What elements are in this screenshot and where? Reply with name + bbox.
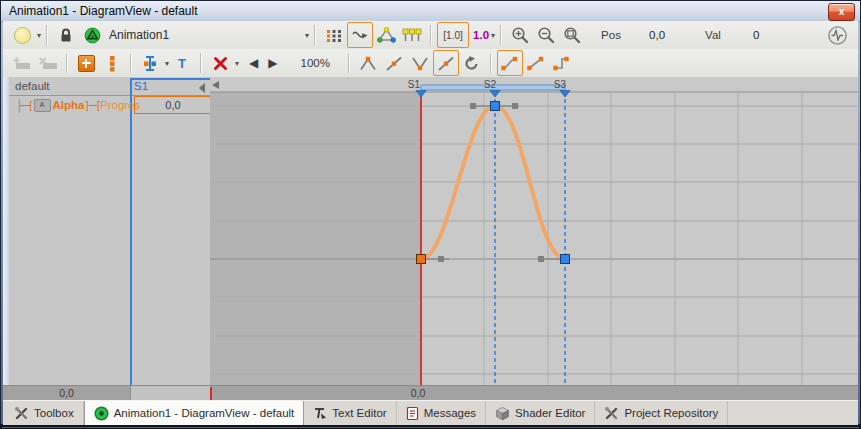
- add-segment-button[interactable]: [9, 50, 35, 76]
- zoom-out-button[interactable]: [533, 22, 559, 48]
- tangent-slope-button[interactable]: [381, 50, 407, 76]
- dots-grid-button[interactable]: [321, 22, 347, 48]
- pos-value: 0,0: [649, 29, 705, 41]
- keyframe-point-s1[interactable]: [417, 255, 426, 264]
- title-bar[interactable]: Animation1 - DiagramView - default x: [1, 1, 860, 22]
- zoom-in-button[interactable]: [507, 22, 533, 48]
- overview-cursor-value: 0,0: [398, 386, 438, 401]
- segment-label-s3: S3: [554, 79, 567, 90]
- overview-cursor-tick[interactable]: [210, 387, 212, 400]
- pre-range-region: [210, 92, 421, 385]
- tab-label: Toolbox: [34, 407, 74, 419]
- curve-mode-button[interactable]: [347, 22, 373, 48]
- zoom-fit-icon: [563, 26, 582, 45]
- range-scale-value: 1.0: [473, 29, 489, 41]
- delete-key-button[interactable]: [207, 50, 233, 76]
- delete-key-caret[interactable]: ▾: [235, 59, 239, 68]
- grid-region: [421, 92, 858, 385]
- segment-label-s2: S2: [484, 79, 497, 90]
- interp-linear-icon: [526, 55, 545, 72]
- tab-shader-editor[interactable]: Shader Editor: [486, 401, 595, 425]
- window-title: Animation1 - DiagramView - default: [9, 4, 198, 18]
- tangent-valley-button[interactable]: [407, 50, 433, 76]
- tab-label: Project Repository: [624, 407, 718, 419]
- tangent-peak-button[interactable]: [355, 50, 381, 76]
- add-key-button[interactable]: [73, 50, 99, 76]
- track-row-alpha[interactable]: ├─ [ A Alpha ]─[ Progres: [15, 96, 140, 114]
- range-bracket-icon: [1.0]: [443, 30, 462, 41]
- state-circle-icon: [14, 27, 31, 44]
- interp-smooth-button[interactable]: [497, 50, 523, 76]
- key-value-cell[interactable]: 0,0: [134, 96, 210, 114]
- remove-segment-button[interactable]: [35, 50, 61, 76]
- zoom-fit-button[interactable]: [559, 22, 585, 48]
- text-key-icon: T: [178, 56, 186, 71]
- track-name-label: Alpha: [53, 99, 85, 111]
- close-button[interactable]: x: [828, 3, 855, 21]
- tangent-handle[interactable]: [538, 256, 544, 262]
- tangent-peak-icon: [359, 55, 377, 72]
- key-list-button[interactable]: [99, 50, 125, 76]
- state-circle-button[interactable]: [9, 22, 35, 48]
- tangent-linear-icon: [437, 55, 455, 72]
- prev-key-button[interactable]: ◀: [249, 56, 258, 70]
- cube-icon: [495, 406, 510, 421]
- tab-label: Messages: [424, 407, 476, 419]
- zoom-in-icon: [511, 26, 530, 45]
- lock-button[interactable]: [53, 22, 79, 48]
- val-value: 0: [753, 29, 759, 41]
- interp-linear-button[interactable]: [523, 50, 549, 76]
- state-dropdown-caret[interactable]: ▾: [37, 31, 41, 40]
- segment-label-s1: S1: [408, 79, 421, 90]
- waveform-button[interactable]: [824, 22, 850, 48]
- overview-bar[interactable]: 0,0 0,0: [3, 385, 858, 401]
- animated-property-icon: A: [34, 99, 51, 112]
- interp-step-button[interactable]: [549, 50, 575, 76]
- tab-label: Animation1 - DiagramView - default: [114, 407, 295, 419]
- zoom-level-value: 100%: [301, 57, 330, 69]
- separator: [130, 53, 132, 73]
- add-key-icon: [78, 55, 95, 72]
- zoom-out-icon: [537, 26, 556, 45]
- tab-toolbox[interactable]: Toolbox: [5, 401, 84, 425]
- tangent-linear-button[interactable]: [433, 50, 459, 76]
- tangent-handle[interactable]: [512, 103, 518, 109]
- tab-project-repository[interactable]: Project Repository: [595, 401, 728, 425]
- key-list-icon: [108, 55, 116, 72]
- next-key-button[interactable]: ▶: [268, 56, 277, 70]
- curve-graph[interactable]: S1 S2 S3: [210, 77, 858, 385]
- separator: [314, 25, 316, 45]
- track-panel: default S1 ├─ [ A Alpha ]─[ Progres 0,0: [9, 77, 210, 385]
- val-label: Val: [705, 29, 753, 41]
- bracket-close: ]─[: [85, 99, 100, 111]
- sliders-button[interactable]: [399, 22, 425, 48]
- range-bracket-button[interactable]: [1.0]: [437, 22, 469, 48]
- window-border-right: [858, 1, 860, 424]
- tangent-handle[interactable]: [470, 103, 476, 109]
- interp-step-icon: [552, 55, 571, 72]
- range-scale-caret[interactable]: ▾: [491, 31, 495, 40]
- add-segment-icon: [12, 56, 33, 71]
- segment-column-highlight: [130, 78, 210, 385]
- reset-tangent-button[interactable]: [459, 50, 485, 76]
- scene-button[interactable]: [79, 22, 105, 48]
- pos-label: Pos: [601, 29, 649, 41]
- tab-animation1-diagramview[interactable]: Animation1 - DiagramView - default: [84, 401, 305, 425]
- keyframe-point-s2[interactable]: [491, 102, 500, 111]
- tangent-slope-icon: [385, 55, 403, 72]
- text-key-button[interactable]: T: [169, 50, 195, 76]
- insert-key-button[interactable]: [137, 50, 163, 76]
- insert-key-icon: [143, 55, 157, 72]
- tab-text-editor[interactable]: Text Editor: [304, 401, 396, 425]
- animation-dropdown-caret[interactable]: ▾: [305, 31, 309, 40]
- sliders-icon: [402, 27, 422, 43]
- tab-messages[interactable]: Messages: [397, 401, 486, 425]
- waveform-icon: [827, 25, 848, 46]
- triangle-rig-button[interactable]: [373, 22, 399, 48]
- tangent-handle[interactable]: [438, 256, 444, 262]
- separator: [490, 53, 492, 73]
- keyframe-point-s3[interactable]: [561, 255, 570, 264]
- overview-row-value: 0,0: [3, 386, 131, 401]
- delete-key-icon: [213, 56, 228, 71]
- separator: [200, 53, 202, 73]
